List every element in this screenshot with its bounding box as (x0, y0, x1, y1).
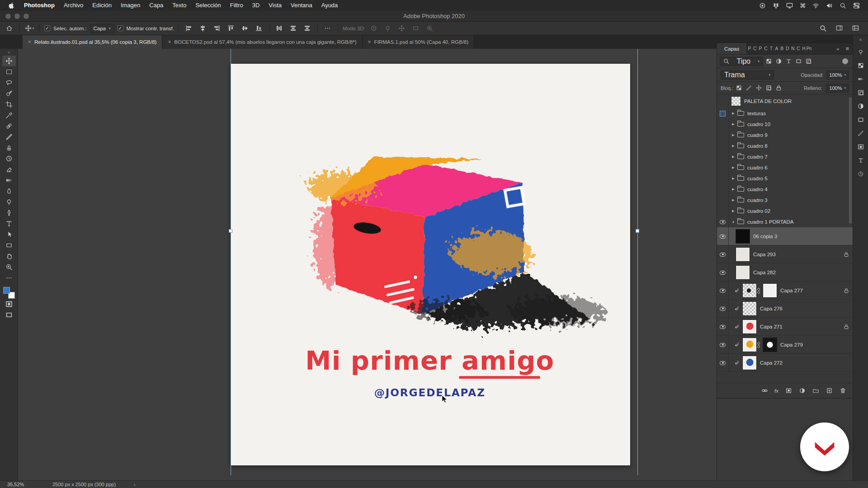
tool-button[interactable] (2, 121, 16, 131)
document-tab[interactable]: × FIRMAS.1.psd al 50% (Capa 40, RGB/8) (363, 35, 474, 49)
panel-brushes-icon[interactable] (856, 128, 866, 138)
panel-libraries-icon[interactable] (856, 115, 866, 125)
expand-panels-icon[interactable]: « (859, 37, 862, 43)
apple-menu[interactable] (4, 2, 19, 9)
visibility-toggle[interactable] (717, 108, 729, 119)
visibility-toggle[interactable] (717, 130, 729, 141)
layer-thumbnail[interactable] (742, 356, 757, 370)
search-icon[interactable] (817, 23, 828, 33)
filter-shape-layers-icon[interactable] (794, 57, 803, 66)
color-swatches[interactable] (3, 287, 15, 299)
layer-name[interactable]: cuadro 3 (747, 197, 768, 203)
layer-thumbnail[interactable] (742, 338, 757, 352)
align-vertical-centers-button[interactable] (240, 23, 250, 33)
layer-thumbnail[interactable] (742, 301, 757, 316)
zoom-level-field[interactable]: 35,52% (7, 482, 39, 487)
layer-row[interactable]: cuadro 6 (717, 162, 853, 173)
layer-name[interactable]: Capa 276 (760, 306, 783, 311)
blend-mode-dropdown[interactable]: Trama▾ (721, 70, 774, 80)
tool-button[interactable] (2, 153, 16, 164)
panel-styles-icon[interactable] (856, 142, 866, 152)
tool-button[interactable] (2, 197, 16, 207)
layer-mask-thumbnail[interactable] (763, 283, 777, 298)
group-expand-icon[interactable] (731, 133, 736, 137)
menu-item[interactable]: Vista (264, 0, 286, 11)
visibility-toggle[interactable] (717, 141, 729, 151)
home-button[interactable] (4, 23, 14, 33)
group-expand-icon[interactable] (731, 112, 736, 115)
visibility-toggle[interactable] (717, 354, 729, 372)
zoom-window-button[interactable] (24, 14, 29, 19)
visibility-toggle[interactable] (717, 94, 729, 108)
layer-name[interactable]: Capa 279 (780, 342, 803, 347)
lock-image-pixels-icon[interactable] (745, 84, 753, 92)
tool-button[interactable] (2, 110, 16, 121)
tool-button[interactable] (2, 229, 16, 240)
transform-bound-left[interactable] (231, 49, 231, 475)
layer-name[interactable]: cuadro 02 (747, 208, 770, 214)
display-icon[interactable] (786, 2, 793, 9)
layer-name[interactable]: texturas (747, 111, 766, 116)
filter-smart-objects-icon[interactable] (804, 57, 813, 66)
collapsed-panel-tab[interactable]: D (785, 43, 790, 54)
menu-item[interactable]: 3D (248, 0, 264, 11)
layer-name[interactable]: cuadro 6 (747, 165, 768, 170)
filter-pixel-layers-icon[interactable] (764, 57, 773, 66)
menu-item[interactable]: Imagen (116, 0, 145, 11)
visibility-toggle[interactable] (717, 245, 729, 263)
foreground-color-swatch[interactable] (3, 287, 10, 294)
tool-button[interactable] (2, 186, 16, 197)
collapsed-panel-tab[interactable]: C (796, 43, 801, 54)
close-window-button[interactable] (5, 14, 11, 19)
more-align-options-button[interactable] (322, 23, 333, 33)
auto-select-checkbox[interactable]: ✓ (44, 25, 50, 31)
layer-row[interactable]: texturas (717, 108, 853, 119)
tool-button[interactable] (2, 218, 16, 229)
layer-thumbnail[interactable] (731, 96, 741, 106)
group-expand-icon[interactable] (731, 144, 736, 148)
current-tool-indicator[interactable]: ▾ (24, 23, 35, 33)
align-bottom-edges-button[interactable] (254, 23, 264, 33)
group-expand-icon[interactable] (731, 155, 736, 159)
layer-row[interactable]: Capa 277 (717, 282, 853, 300)
layer-name[interactable]: Capa 277 (780, 288, 803, 293)
layer-thumbnail[interactable] (736, 265, 750, 280)
group-expand-icon[interactable] (731, 122, 736, 126)
layer-row[interactable]: Capa 293 (717, 245, 853, 263)
layer-row[interactable]: cuadro 7 (717, 151, 853, 162)
layer-row[interactable]: cuadro 8 (717, 141, 853, 151)
add-layer-mask-button[interactable] (785, 387, 792, 394)
layer-name[interactable]: 06 copia 3 (753, 234, 777, 239)
panel-history-icon[interactable] (856, 169, 866, 179)
layer-row[interactable]: cuadro 9 (717, 130, 853, 141)
layer-name[interactable]: cuadro 5 (747, 176, 768, 181)
tool-button[interactable] (2, 131, 16, 142)
menu-item[interactable]: Filtro (226, 0, 248, 11)
visibility-toggle[interactable] (717, 206, 729, 216)
layer-row[interactable]: cuadro 10 (717, 119, 853, 130)
group-expand-icon[interactable] (731, 166, 736, 169)
visibility-toggle[interactable] (717, 151, 729, 162)
group-expand-icon[interactable] (731, 188, 736, 191)
visibility-toggle[interactable] (717, 227, 729, 245)
layer-name[interactable]: cuadro 7 (747, 154, 768, 160)
tool-button[interactable] (2, 88, 16, 99)
new-adjustment-layer-button[interactable] (798, 387, 806, 394)
document-tab[interactable]: × Relato.ilustrado.01.psd al 35,5% (06 c… (23, 35, 162, 49)
artboard[interactable]: Mi primer amigo @JORGEDELAPAZ (231, 64, 630, 465)
align-right-edges-button[interactable] (212, 23, 222, 33)
tab-capas[interactable]: Capas (717, 43, 747, 54)
workspace-switcher-icon[interactable] (850, 23, 861, 33)
layer-name[interactable]: Capa 271 (760, 324, 783, 329)
lock-all-icon[interactable] (774, 84, 783, 92)
layer-thumbnail[interactable] (736, 247, 750, 262)
collapsed-panel-tab[interactable]: B (779, 43, 785, 54)
status-options-chevron[interactable]: › (134, 482, 136, 487)
tool-button[interactable] (2, 240, 16, 251)
document-tab[interactable]: × BOCETOS2.psd al 57,4% (mis abuelos lle… (162, 35, 362, 49)
close-tab-icon[interactable]: × (28, 39, 31, 45)
show-transform-checkbox[interactable]: ✓ (118, 25, 123, 31)
group-expand-icon[interactable] (731, 177, 736, 180)
menu-item[interactable]: Edición (88, 0, 116, 11)
distribute-horizontal-button[interactable] (274, 23, 285, 33)
